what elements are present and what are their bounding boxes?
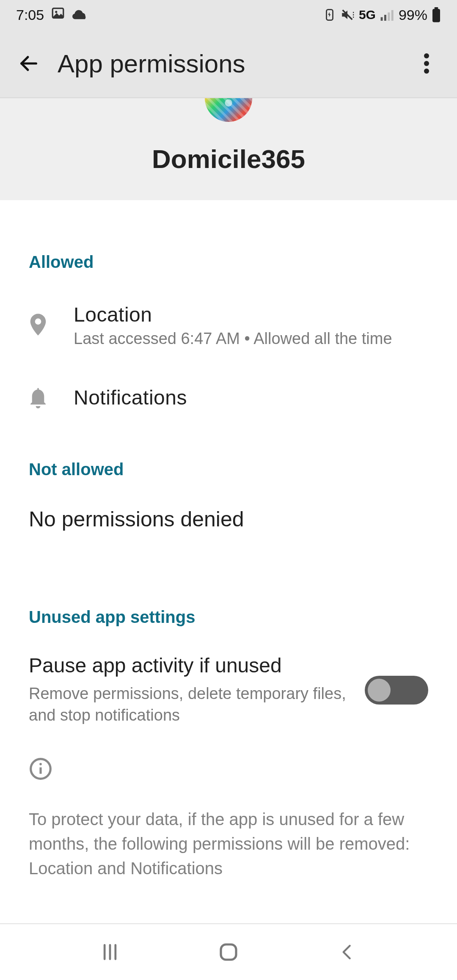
cloud-icon (72, 7, 89, 23)
content: Allowed Location Last accessed 6:47 AM •… (0, 200, 457, 881)
mute-vibrate-icon (340, 8, 355, 22)
recents-button[interactable] (93, 935, 127, 969)
permission-title: Notifications (74, 386, 428, 409)
battery-percent: 99% (399, 7, 427, 23)
permission-notifications[interactable]: Notifications (29, 348, 428, 409)
permission-title: Location (74, 303, 428, 326)
bell-icon (29, 388, 47, 407)
navigation-bar (0, 923, 457, 980)
more-options-button[interactable] (413, 50, 440, 77)
info-row: To protect your data, if the app is unus… (29, 727, 428, 881)
permission-location[interactable]: Location Last accessed 6:47 AM • Allowed… (29, 272, 428, 348)
svg-rect-6 (391, 10, 394, 21)
app-icon (205, 98, 252, 122)
svg-point-9 (424, 53, 429, 58)
pause-activity-switch[interactable] (365, 676, 428, 705)
svg-rect-18 (221, 944, 236, 960)
status-right: 5G 99% (323, 7, 441, 23)
not-allowed-body: No permissions denied (29, 479, 428, 531)
svg-point-14 (39, 763, 42, 765)
svg-rect-3 (381, 17, 383, 21)
toggle-title: Pause app activity if unused (29, 654, 348, 677)
picture-icon (51, 6, 65, 24)
status-left: 7:05 (16, 6, 89, 24)
info-icon (29, 757, 52, 781)
recycle-icon (323, 8, 336, 21)
svg-rect-7 (435, 7, 438, 9)
svg-point-11 (424, 69, 429, 74)
home-button[interactable] (212, 935, 245, 969)
page-title: App permissions (58, 49, 413, 78)
section-header-not-allowed: Not allowed (29, 409, 428, 479)
info-text: To protect your data, if the app is unus… (29, 781, 428, 881)
svg-rect-5 (388, 12, 390, 21)
back-button[interactable] (15, 50, 42, 77)
app-header: Domicile365 (0, 98, 457, 200)
section-header-allowed: Allowed (29, 200, 428, 272)
battery-icon (432, 7, 441, 22)
svg-rect-8 (432, 9, 440, 22)
toolbar: App permissions (0, 30, 457, 98)
pause-activity-row[interactable]: Pause app activity if unused Remove perm… (29, 627, 428, 727)
location-icon (29, 316, 47, 335)
nav-back-button[interactable] (330, 935, 364, 969)
status-time: 7:05 (16, 7, 44, 23)
status-bar: 7:05 5G 99% (0, 0, 457, 30)
svg-point-10 (424, 61, 429, 66)
signal-icon (380, 9, 394, 21)
permission-subtitle: Last accessed 6:47 AM • Allowed all the … (74, 330, 428, 348)
svg-rect-4 (384, 15, 386, 21)
app-name: Domicile365 (0, 144, 457, 174)
toggle-subtitle: Remove permissions, delete temporary fil… (29, 683, 348, 727)
section-header-unused: Unused app settings (29, 531, 428, 627)
svg-point-1 (55, 11, 57, 13)
network-type: 5G (359, 8, 376, 22)
